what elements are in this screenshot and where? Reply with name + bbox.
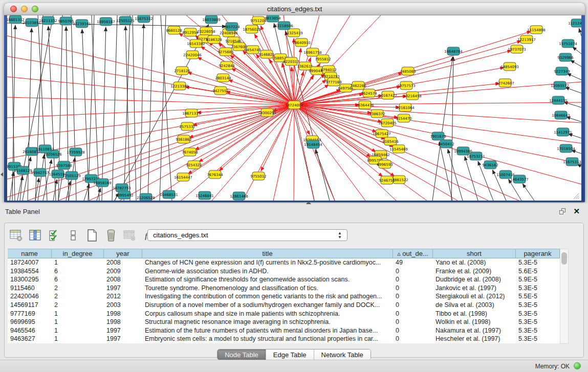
graph-node[interactable]: 9850765 xyxy=(58,17,74,25)
graph-node[interactable]: 12239341 xyxy=(73,19,91,28)
cell-short[interactable]: Dudbridge et al. (2008) xyxy=(433,275,516,284)
cell-in_degree[interactable]: 1 xyxy=(52,318,104,326)
graph-node[interactable]: 11675313 xyxy=(563,158,581,166)
graph-node[interactable]: 3624574 xyxy=(361,89,377,97)
graph-node[interactable]: 11675312 xyxy=(135,15,153,23)
close-icon[interactable]: ✕ xyxy=(573,207,580,215)
table-row[interactable]: 911546021997Tourette syndrome. Phenomeno… xyxy=(8,284,560,293)
graph-node[interactable]: 14854093 xyxy=(500,62,519,71)
graph-node[interactable]: 8165416 xyxy=(382,137,399,145)
graph-node[interactable]: 16601312 xyxy=(7,15,25,24)
cell-title[interactable]: Corpus callosum shape and size in male p… xyxy=(142,310,393,318)
cell-pagerank[interactable]: 5.3E-5 xyxy=(516,258,560,267)
graph-node[interactable]: 7485083 xyxy=(400,67,416,75)
column-header-short[interactable]: short xyxy=(433,249,516,258)
graph-node[interactable]: 9427552 xyxy=(212,86,228,95)
graph-node[interactable]: 9777169 xyxy=(325,78,341,86)
graph-node[interactable]: 16648784 xyxy=(444,47,463,55)
graph-node[interactable]: 23226058 xyxy=(197,27,215,35)
cell-name[interactable]: 19384554 xyxy=(8,267,52,276)
cell-short[interactable]: Jankovic et al. (1997) xyxy=(433,284,516,293)
table-settings-button[interactable] xyxy=(9,228,24,244)
cell-title[interactable]: Changes of HCN gene expression and I(f) … xyxy=(142,258,393,267)
cell-short[interactable]: Hescheler et al. (1997) xyxy=(433,335,516,343)
network-canvas[interactable]: 1872400786601288912954232260589227508165… xyxy=(7,15,581,201)
table-row[interactable]: 1830029562008Estimation of significance … xyxy=(8,275,560,284)
graph-node[interactable]: 9254321 xyxy=(186,161,202,169)
graph-node[interactable]: 7386372 xyxy=(369,110,385,118)
cell-in_degree[interactable]: 1 xyxy=(52,310,104,318)
table-row[interactable]: 946362711997Embryonic stem cells: a mode… xyxy=(8,335,560,343)
scrollbar-thumb[interactable] xyxy=(561,252,567,265)
graph-node[interactable]: 12444135 xyxy=(549,96,568,104)
graph-node[interactable]: 12861468 xyxy=(230,192,248,200)
table-row[interactable]: 969969511998Structural magnetic resonanc… xyxy=(8,318,560,326)
show-columns-button[interactable] xyxy=(28,228,43,244)
tab-network-table[interactable]: Network Table xyxy=(314,349,371,360)
cell-year[interactable]: 1998 xyxy=(104,310,142,318)
float-window-icon[interactable] xyxy=(559,208,567,215)
cell-out_degree[interactable]: 0 xyxy=(393,301,433,310)
graph-node[interactable]: 15751074 xyxy=(559,39,577,48)
cell-title[interactable]: Investigating the contribution of common… xyxy=(142,292,393,301)
cell-short[interactable]: Wolkin et al. (1998) xyxy=(433,318,516,326)
graph-node[interactable]: 2803144 xyxy=(215,74,231,82)
cell-title[interactable]: Embryonic stem cells: a model to study s… xyxy=(142,335,393,343)
graph-node[interactable]: 7676344 xyxy=(207,170,223,179)
cell-out_degree[interactable]: 0 xyxy=(393,267,433,276)
graph-node[interactable]: 9227349 xyxy=(554,67,570,75)
cell-in_degree[interactable]: 2 xyxy=(52,292,104,301)
resize-grip-icon[interactable] xyxy=(572,192,580,200)
cell-name[interactable]: 9699695 xyxy=(8,318,52,326)
column-header-in_degree[interactable]: in_degree xyxy=(52,249,104,258)
cell-title[interactable]: Genome-wide association studies in ADHD. xyxy=(142,267,393,276)
graph-node[interactable]: 8660128 xyxy=(166,26,182,34)
cell-pagerank[interactable]: 5.9E-5 xyxy=(516,275,560,284)
cell-in_degree[interactable]: 6 xyxy=(52,275,104,284)
tab-node-table[interactable]: Node Table xyxy=(217,349,266,360)
cell-short[interactable]: Stergiakouli et al. (2012) xyxy=(433,292,516,301)
cell-title[interactable]: Tourette syndrome. Phenomenology and cla… xyxy=(142,284,393,293)
cell-out_degree[interactable]: 0 xyxy=(393,275,433,284)
table-scrollbar[interactable] xyxy=(560,249,569,344)
cell-year[interactable]: 1997 xyxy=(104,284,142,293)
table-row[interactable]: 977716911998Corpus callosum shape and si… xyxy=(8,310,560,318)
cell-title[interactable]: Structural magnetic resonance image aver… xyxy=(142,318,393,326)
graph-node[interactable]: 2575337 xyxy=(179,122,195,130)
graph-node[interactable]: 8186328 xyxy=(206,35,222,43)
graph-node[interactable]: 10468531 xyxy=(160,190,178,199)
cell-out_degree[interactable]: 0 xyxy=(393,292,433,301)
cell-title[interactable]: Disruption of a novel member of a sodium… xyxy=(142,301,393,310)
graph-node[interactable]: 9154470 xyxy=(396,114,411,122)
graph-node[interactable]: 13216458 xyxy=(403,92,422,100)
graph-node[interactable]: 12742607 xyxy=(496,79,514,87)
cell-name[interactable]: 9465546 xyxy=(8,326,52,335)
graph-node[interactable]: 12161064 xyxy=(396,103,415,112)
cell-short[interactable]: Tibbo et al. (1998) xyxy=(433,310,516,318)
table-row[interactable]: 946554611997Estimation of the future num… xyxy=(8,326,560,335)
cell-out_degree[interactable]: 0 xyxy=(393,318,433,326)
graph-node[interactable]: 22420046 xyxy=(183,51,202,59)
graph-node[interactable]: 18640910 xyxy=(292,38,311,47)
graph-node[interactable]: 16033809 xyxy=(202,15,221,24)
cell-out_degree[interactable]: 0 xyxy=(393,335,433,343)
cell-pagerank[interactable]: 5.3E-5 xyxy=(516,335,560,343)
cell-pagerank[interactable]: 5.3E-5 xyxy=(516,310,560,318)
cell-name[interactable]: 9777169 xyxy=(8,310,52,318)
graph-node[interactable]: 9755012 xyxy=(250,172,266,180)
select-all-button[interactable] xyxy=(47,228,62,244)
graph-node[interactable]: 21206528 xyxy=(137,193,155,201)
cell-year[interactable]: 2008 xyxy=(104,258,142,267)
graph-node[interactable]: 12213917 xyxy=(517,35,536,43)
graph-node[interactable]: 19737073 xyxy=(508,45,526,53)
cell-name[interactable]: 9115460 xyxy=(8,284,52,293)
graph-node[interactable]: 12213389 xyxy=(170,82,189,90)
cell-name[interactable]: 14569117 xyxy=(8,301,52,310)
cell-in_degree[interactable]: 6 xyxy=(52,267,104,276)
table-row[interactable]: 1938455462009Genome-wide association stu… xyxy=(8,267,560,276)
cell-year[interactable]: 2012 xyxy=(104,292,142,301)
cell-year[interactable]: 2009 xyxy=(104,267,142,276)
cell-out_degree[interactable]: 0 xyxy=(393,310,433,318)
graph-node[interactable]: 17016504 xyxy=(557,144,575,152)
graph-node[interactable]: 16720405 xyxy=(378,119,397,127)
